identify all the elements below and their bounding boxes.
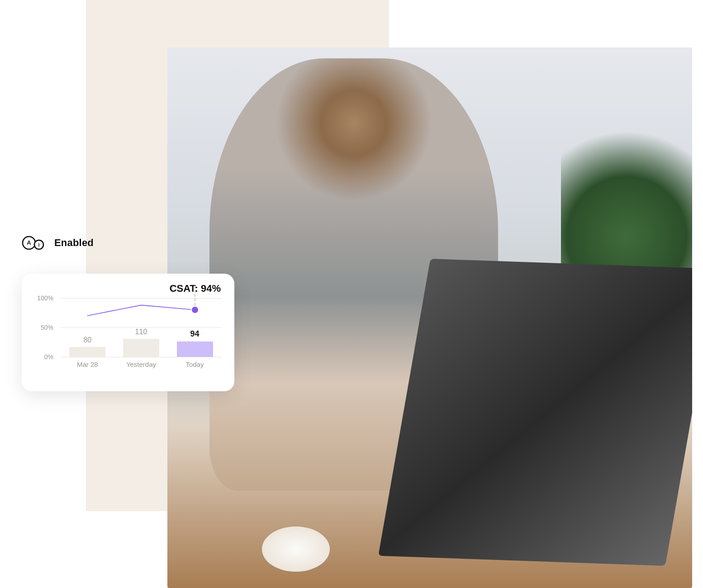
y-axis: 100% 50% 0% (33, 298, 57, 357)
photo-cup (262, 526, 330, 572)
chart-line (61, 298, 222, 357)
photo-laptop (378, 259, 692, 566)
svg-text:A: A (27, 239, 31, 246)
grid-line (61, 357, 222, 357)
chart-body: 100% 50% 0% 80 110 94 (33, 298, 223, 370)
x-tick: Mar 28 (61, 360, 114, 368)
hero-photo (167, 47, 692, 588)
x-tick: Yesterday (114, 360, 168, 368)
y-tick: 50% (33, 324, 53, 331)
chart-line-marker-dot (192, 307, 198, 313)
chart-plot: 80 110 94 (61, 298, 222, 357)
ai-enabled-label: Enabled (54, 237, 94, 249)
ai-enabled-badge: A i Enabled (22, 235, 94, 251)
y-tick: 100% (33, 294, 53, 302)
ai-icon: A i (22, 235, 48, 251)
x-axis: Mar 28 Yesterday Today (61, 360, 222, 370)
svg-text:i: i (38, 242, 39, 247)
y-tick: 0% (33, 353, 53, 360)
x-tick: Today (168, 360, 222, 368)
csat-chart-card: CSAT: 94% 100% 50% 0% 80 110 (22, 274, 234, 391)
